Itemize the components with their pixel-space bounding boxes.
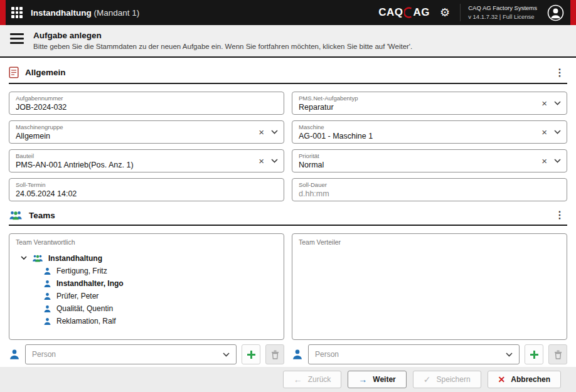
tree-member[interactable]: Prüfer, Peter: [16, 290, 277, 302]
person-chevron-down-icon[interactable]: [506, 352, 513, 357]
aufgabennummer-field[interactable]: Aufgabennummer JOB-2024-032: [9, 92, 284, 115]
verantwortlich-delete-person-button[interactable]: [265, 344, 284, 364]
user-avatar-icon[interactable]: [547, 4, 564, 21]
arrow-left-icon: ←: [294, 375, 302, 384]
teams-icon: [9, 210, 23, 220]
verantwortlich-person-combobox[interactable]: Person: [25, 344, 237, 364]
team-verteiler-box[interactable]: Team Verteiler: [292, 233, 567, 340]
prioritaet-label: Priorität: [299, 152, 526, 159]
tree-member[interactable]: Reklamation, Ralf: [16, 315, 277, 327]
brand-line1: CAQ AG Factory Systems: [468, 4, 537, 13]
team-verantwortlich-label: Team Verantwortlich: [16, 238, 277, 246]
member-name: Instandhalter, Ingo: [56, 279, 124, 288]
header-right: CAQ AG ⚙ CAQ AG Factory Systems v 14.1.7…: [378, 4, 570, 21]
member-name: Qualität, Quentin: [56, 304, 113, 313]
aufgabentyp-field[interactable]: PMS.Net-Aufgabentyp Reparatur ×: [292, 92, 567, 115]
soll-dauer-field[interactable]: Soll-Dauer d.hh:mm: [292, 178, 567, 201]
arrow-right-icon: →: [358, 375, 367, 384]
soll-termin-label: Soll-Termin: [16, 181, 277, 188]
app-header: Instandhaltung (Mandant 1) CAQ AG ⚙ CAQ …: [0, 0, 576, 25]
bauteil-chevron-down-icon[interactable]: [271, 159, 278, 163]
person-placeholder: Person: [32, 350, 221, 359]
header-red-edge-left: [0, 0, 6, 25]
app-title: Instandhaltung (Mandant 1): [31, 8, 139, 18]
maschine-value: AG-001 - Maschine 1: [299, 132, 526, 140]
allgemein-kebab-menu-icon[interactable]: ⋮: [552, 68, 567, 78]
apps-grid-icon[interactable]: [11, 7, 23, 18]
trash-icon: [271, 350, 279, 359]
team-verantwortlich-panel: Team Verantwortlich Instandhaltung Fe: [9, 233, 284, 364]
maschine-clear-icon[interactable]: ×: [541, 127, 547, 137]
aufgabentyp-value: Reparatur: [299, 103, 526, 112]
aufgabentyp-chevron-down-icon[interactable]: [554, 101, 561, 105]
menu-icon[interactable]: [10, 31, 24, 44]
bauteil-value: PMS-AN-001 Antrieb(Pos. Anz. 1): [16, 161, 243, 169]
page-header: Aufgabe anlegen Bitte geben Sie die Stam…: [0, 25, 576, 58]
group-icon: [32, 254, 43, 262]
maschinengruppe-chevron-down-icon[interactable]: [271, 130, 278, 134]
bauteil-clear-icon[interactable]: ×: [259, 156, 264, 166]
member-name: Fertigung, Fritz: [56, 267, 107, 275]
teams-grid: Team Verantwortlich Instandhaltung Fe: [9, 233, 567, 364]
aufgabentyp-clear-icon[interactable]: ×: [541, 98, 547, 108]
plus-icon: [530, 350, 539, 359]
trash-icon: [554, 350, 562, 359]
header-red-edge-right: [570, 0, 576, 25]
speichern-button[interactable]: ✓ Speichern: [413, 371, 481, 388]
check-icon: ✓: [424, 375, 431, 384]
gear-icon[interactable]: ⚙: [440, 7, 450, 18]
soll-dauer-placeholder: d.hh:mm: [299, 189, 560, 198]
zurueck-button[interactable]: ← Zurück: [283, 371, 342, 388]
verteiler-delete-person-button[interactable]: [548, 344, 567, 364]
team-verteiler-panel: Team Verteiler Person: [292, 233, 567, 364]
person-icon: [43, 267, 51, 275]
verantwortlich-person-row: Person: [9, 344, 284, 364]
team-tree: Instandhaltung Fertigung, Fritz Instandh…: [16, 252, 277, 327]
maschine-chevron-down-icon[interactable]: [554, 130, 561, 134]
weiter-button[interactable]: → Weiter: [348, 371, 406, 388]
caq-logo: CAQ AG: [378, 6, 430, 19]
page-header-text: Aufgabe anlegen Bitte geben Sie die Stam…: [33, 31, 412, 50]
page-subtitle: Bitte geben Sie die Stammdaten zu der ne…: [33, 43, 412, 50]
maschine-field[interactable]: Maschine AG-001 - Maschine 1 ×: [292, 120, 567, 144]
soll-dauer-label: Soll-Dauer: [299, 181, 560, 188]
tree-chevron-down-icon[interactable]: [21, 256, 27, 260]
prioritaet-field[interactable]: Priorität Normal ×: [292, 149, 567, 172]
maschinengruppe-value: Allgemein: [16, 132, 243, 140]
soll-termin-value: 24.05.2024 14:02: [16, 189, 277, 198]
verteiler-person-combobox[interactable]: Person: [308, 344, 520, 364]
bauteil-field[interactable]: Bauteil PMS-AN-001 Antrieb(Pos. Anz. 1) …: [9, 149, 284, 172]
team-verteiler-label: Team Verteiler: [299, 238, 560, 246]
tree-member[interactable]: Fertigung, Fritz: [16, 265, 277, 277]
verantwortlich-add-person-button[interactable]: [242, 344, 260, 364]
prioritaet-chevron-down-icon[interactable]: [554, 159, 561, 163]
plus-icon: [247, 350, 256, 359]
abbrechen-label: Abbrechen: [511, 375, 550, 384]
weiter-label: Weiter: [373, 375, 395, 384]
aufgabennummer-label: Aufgabennummer: [16, 95, 277, 102]
tree-member[interactable]: Qualität, Quentin: [16, 302, 277, 315]
section-allgemein-title: Allgemein: [25, 68, 66, 77]
document-icon: [9, 66, 19, 78]
person-icon: [292, 349, 303, 360]
maschinengruppe-field[interactable]: Maschinengruppe Allgemein ×: [9, 120, 284, 144]
person-icon: [43, 317, 51, 326]
person-chevron-down-icon[interactable]: [223, 352, 230, 357]
member-name: Reklamation, Ralf: [56, 317, 116, 326]
brand-line2: v 14.1.7.32 | Full License: [468, 13, 537, 21]
tree-group-instandhaltung[interactable]: Instandhaltung: [16, 252, 277, 265]
abbrechen-button[interactable]: ✕ Abbrechen: [488, 371, 561, 388]
app-subtitle: (Mandant 1): [94, 8, 140, 18]
footer-action-bar: ← Zurück → Weiter ✓ Speichern ✕ Abbreche…: [0, 367, 576, 392]
prioritaet-clear-icon[interactable]: ×: [541, 156, 547, 166]
tree-member-selected[interactable]: Instandhalter, Ingo: [16, 277, 277, 290]
verteiler-add-person-button[interactable]: [525, 344, 543, 364]
person-icon: [43, 280, 51, 288]
maschinengruppe-clear-icon[interactable]: ×: [259, 127, 264, 137]
zurueck-label: Zurück: [308, 375, 331, 384]
tree-group-label: Instandhaltung: [48, 254, 102, 263]
maschinengruppe-label: Maschinengruppe: [16, 124, 243, 130]
teams-kebab-menu-icon[interactable]: ⋮: [552, 210, 567, 220]
team-verantwortlich-box[interactable]: Team Verantwortlich Instandhaltung Fe: [9, 233, 284, 340]
soll-termin-field[interactable]: Soll-Termin 24.05.2024 14:02: [9, 178, 284, 201]
